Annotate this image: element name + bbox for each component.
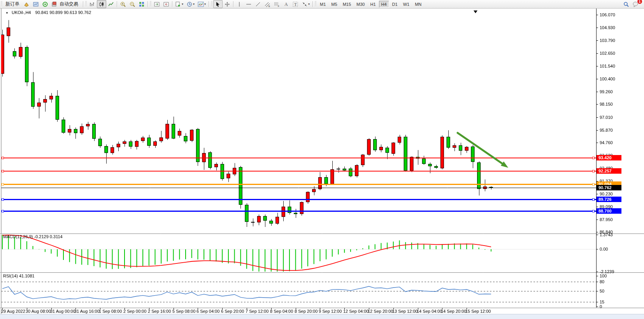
rsi-tick-label: 0 xyxy=(600,304,602,309)
price-level-tag[interactable]: 93.420 xyxy=(597,155,621,160)
time-tick-label: 30 Aug 08:00 xyxy=(26,309,51,314)
toolbar-grip[interactable] xyxy=(1,1,2,7)
time-tick-label: 13 Sep 12:00 xyxy=(392,309,418,314)
arrows-tool-icon[interactable]: ▾ xyxy=(300,0,311,8)
price-tick-label: 94.760 xyxy=(600,140,613,145)
time-tick-label: 2 Sep 16:00 xyxy=(148,309,171,314)
timeframe-mn[interactable]: MN xyxy=(412,1,424,8)
price-tick-label: 106.070 xyxy=(600,12,615,17)
notifications-icon[interactable]: 1 xyxy=(631,0,641,8)
price-tick-label: 99.260 xyxy=(600,89,613,94)
timeframe-w1[interactable]: W1 xyxy=(401,1,412,8)
candlestick-mode-icon[interactable] xyxy=(97,0,106,8)
new-chart-icon[interactable]: ▾ xyxy=(174,0,185,8)
auto-trading-label: 自动交易 xyxy=(58,1,80,7)
time-tick-label: 12 Sep 20:00 xyxy=(368,309,393,314)
indicators-icon[interactable]: ▾ xyxy=(196,0,207,8)
line-chart-mode-icon[interactable] xyxy=(106,0,116,8)
notification-badge: 1 xyxy=(637,0,642,4)
price-tick-label: 98.150 xyxy=(600,102,613,106)
time-tick-label: 8 Sep 20:00 xyxy=(295,309,318,314)
auto-scroll-icon[interactable] xyxy=(152,0,161,8)
svg-text:A: A xyxy=(284,2,288,7)
bar-chart-mode-icon[interactable] xyxy=(88,0,97,8)
timeframe-h4[interactable]: H4 xyxy=(379,1,389,8)
crosshair-tool-icon[interactable] xyxy=(223,0,232,8)
toolbar-grip[interactable] xyxy=(85,1,87,7)
text-label-tool-icon[interactable]: T xyxy=(291,0,300,8)
time-tick-label: 14 Sep 04:00 xyxy=(417,309,442,314)
separator xyxy=(312,1,313,7)
auto-trading-button[interactable]: 自动交易 xyxy=(50,0,82,8)
macd-indicator-label: MACD(12,26,9) -0.2129 0.3114 xyxy=(3,234,63,239)
zoom-out-icon[interactable] xyxy=(128,0,137,8)
dropdown-caret[interactable]: ▾ xyxy=(204,2,206,6)
price-level-tag[interactable]: 90.762 xyxy=(597,185,621,190)
price-tick-label: 102.650 xyxy=(600,51,615,56)
cursor-tool-icon[interactable] xyxy=(213,0,223,8)
rsi-tick-label: 15 xyxy=(600,300,604,304)
trendline-tool-icon[interactable] xyxy=(253,0,263,8)
toolbar-grip[interactable] xyxy=(315,1,316,7)
svg-text:F: F xyxy=(278,5,279,7)
chart-title[interactable]: ▼ UKOil-,H4 90.841 90.899 90.613 90.762 xyxy=(5,10,91,15)
macd-tick-label: 0.00 xyxy=(600,247,608,251)
timeframe-d1[interactable]: D1 xyxy=(390,1,400,8)
orders-icon[interactable] xyxy=(22,0,31,8)
time-tick-label: 5 Sep 08:00 xyxy=(172,309,195,314)
dropdown-caret[interactable]: ▾ xyxy=(193,2,195,6)
channel-tool-icon[interactable]: E xyxy=(263,0,272,8)
price-level-tag[interactable]: 89.726 xyxy=(597,197,621,202)
chart-shift-icon[interactable] xyxy=(161,0,171,8)
macd-tick-label: 1.3743 xyxy=(600,232,613,237)
rsi-tick-label: 80 xyxy=(600,279,604,284)
rsi-indicator-label: RSI(14) 41.1081 xyxy=(3,274,35,278)
time-tick-label: 14 Sep 20:00 xyxy=(441,309,466,314)
period-clock-icon[interactable]: ▾ xyxy=(185,0,196,8)
timeframe-m30[interactable]: M30 xyxy=(354,1,367,8)
separator xyxy=(83,1,83,7)
toolbar: 新订单 自动交易 ▾ ▾ ▾ E F A T ▾ M xyxy=(0,0,644,9)
tile-windows-icon[interactable] xyxy=(137,0,146,8)
chart-ohlc-values: 90.841 90.899 90.613 90.762 xyxy=(35,10,91,15)
chart-symbol-period: UKOil-,H4 xyxy=(12,10,31,15)
separator xyxy=(147,1,148,7)
time-tick-label: 9 Sep 12:00 xyxy=(319,309,342,314)
time-tick-label: 1 Sep 08:00 xyxy=(99,309,122,314)
zoom-in-icon[interactable] xyxy=(118,0,128,8)
text-tool-icon[interactable]: A xyxy=(281,0,291,8)
time-tick-label: 31 Aug 00:00 xyxy=(50,309,75,314)
timeframe-m15[interactable]: M15 xyxy=(340,1,353,8)
mt4-window: 新订单 自动交易 ▾ ▾ ▾ E F A T ▾ M xyxy=(0,0,644,319)
vertical-line-tool-icon[interactable] xyxy=(235,0,244,8)
separator xyxy=(209,1,209,7)
dropdown-caret[interactable]: ▾ xyxy=(308,2,310,6)
new-order-button[interactable]: 新订单 xyxy=(3,0,22,8)
chart-menu-caret-icon[interactable]: ▼ xyxy=(5,11,9,15)
price-tick-label: 87.950 xyxy=(600,217,613,222)
svg-text:T: T xyxy=(294,2,297,7)
timeframe-m5[interactable]: M5 xyxy=(329,1,339,8)
horizontal-line-tool-icon[interactable] xyxy=(244,0,253,8)
price-level-tag[interactable]: 88.700 xyxy=(597,208,621,214)
main-chart-canvas[interactable] xyxy=(0,0,644,319)
time-tick-label: 6 Sep 04:00 xyxy=(197,309,219,314)
signals-icon[interactable] xyxy=(40,0,50,8)
price-tick-label: 100.400 xyxy=(600,77,615,81)
price-tick-label: 97.010 xyxy=(600,115,613,120)
dropdown-caret[interactable]: ▾ xyxy=(182,2,183,6)
timeframe-h1[interactable]: H1 xyxy=(368,1,378,8)
time-tick-label: 31 Aug 16:00 xyxy=(74,309,100,314)
timeframe-group: M1M5M15M30H1H4D1W1MN xyxy=(317,1,424,8)
search-icon[interactable] xyxy=(621,0,631,8)
time-tick-label: 7 Sep 12:00 xyxy=(246,309,268,314)
time-tick-label: 6 Sep 20:00 xyxy=(221,309,244,314)
toolbar-grip[interactable] xyxy=(211,1,212,7)
toolbar-grip[interactable] xyxy=(150,1,151,7)
market-watch-icon[interactable] xyxy=(31,0,40,8)
fibonacci-tool-icon[interactable]: F xyxy=(272,0,281,8)
time-tick-label: 12 Sep 04:00 xyxy=(343,309,369,314)
price-level-tag[interactable]: 92.257 xyxy=(597,168,621,174)
timeframe-m1[interactable]: M1 xyxy=(318,1,328,8)
separator xyxy=(117,1,117,7)
